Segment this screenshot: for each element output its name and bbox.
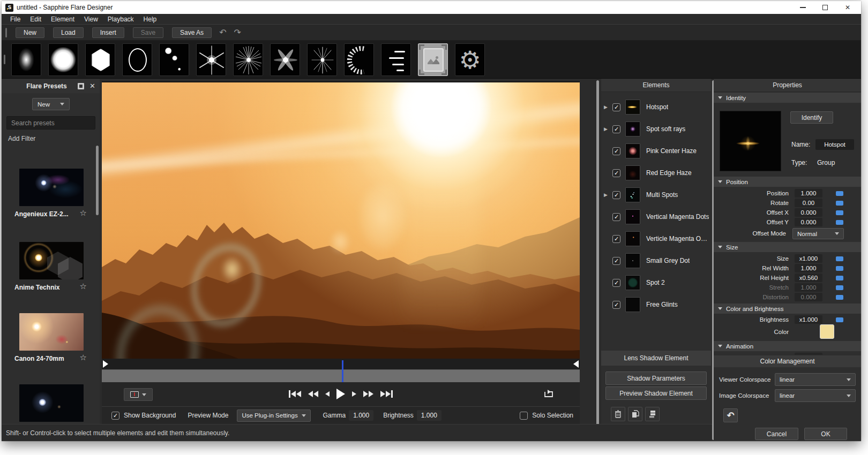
element-visible-checkbox[interactable] <box>612 213 620 221</box>
flare-icon-texture-image[interactable] <box>418 43 448 76</box>
keyframe-indicator[interactable] <box>836 285 843 290</box>
element-row[interactable]: Spot 2 <box>601 272 711 293</box>
flare-icon-horizontal-streaks[interactable] <box>381 43 411 76</box>
flare-icon-arc-streaks[interactable] <box>344 43 374 76</box>
expand-arrow-icon[interactable] <box>604 192 611 198</box>
name-field[interactable]: Hotspot <box>815 139 854 150</box>
menu-view[interactable]: View <box>80 14 102 24</box>
keyframe-indicator[interactable] <box>836 256 843 261</box>
keyframe-indicator[interactable] <box>836 295 843 300</box>
property-value[interactable]: 1.000 <box>795 264 822 272</box>
save-as-button[interactable]: Save As <box>172 27 212 38</box>
animation-section-header[interactable]: Animation <box>714 341 861 351</box>
element-row[interactable]: Free Glints <box>601 294 711 315</box>
offset-mode-dropdown[interactable]: Normal <box>792 228 844 239</box>
position-section-header[interactable]: Position <box>714 177 861 187</box>
element-visible-checkbox[interactable] <box>612 257 620 265</box>
flare-icon-solid-circle[interactable] <box>48 43 78 76</box>
favorite-star-icon[interactable] <box>80 282 87 291</box>
keyframe-indicator[interactable] <box>836 276 843 280</box>
favorite-star-icon[interactable] <box>80 208 87 218</box>
element-row[interactable]: Spot soft rays <box>601 118 711 140</box>
keyframe-indicator[interactable] <box>836 266 843 271</box>
property-value[interactable]: 0.000 <box>795 218 822 226</box>
element-visible-checkbox[interactable] <box>612 125 620 133</box>
show-background-checkbox[interactable] <box>111 412 119 420</box>
property-value[interactable]: x0.560 <box>795 274 822 282</box>
color-swatch[interactable] <box>820 324 834 339</box>
cancel-button[interactable]: Cancel <box>755 428 798 440</box>
keyframe-indicator[interactable] <box>836 210 843 215</box>
preset-thumbnail[interactable] <box>19 384 84 422</box>
flare-icon-ray-burst[interactable] <box>233 43 263 76</box>
element-row[interactable]: Small Grey Dot <box>601 250 711 271</box>
flare-icon-soft-rays[interactable] <box>270 43 300 76</box>
identity-section-header[interactable]: Identity <box>714 93 861 103</box>
menu-element[interactable]: Element <box>47 14 79 24</box>
flare-icon-spots[interactable] <box>159 43 189 76</box>
presets-scrollbar-thumb[interactable] <box>96 146 99 215</box>
panel-splitter[interactable] <box>596 80 599 440</box>
size-section-header[interactable]: Size <box>714 242 861 252</box>
step-forward-button[interactable] <box>351 386 357 401</box>
delete-element-button[interactable] <box>611 407 625 421</box>
preset-thumbnail[interactable] <box>19 169 84 206</box>
copy-element-button[interactable] <box>628 407 642 421</box>
element-visible-checkbox[interactable] <box>612 191 620 199</box>
out-point-marker-icon[interactable] <box>570 360 579 368</box>
flare-icon-ring[interactable] <box>122 43 152 76</box>
insert-button[interactable]: Insert <box>92 27 124 38</box>
keyframe-indicator[interactable] <box>836 191 843 196</box>
keyframe-indicator[interactable] <box>836 317 843 322</box>
property-value[interactable]: x1.000 <box>795 254 822 263</box>
flare-icon-spike-star[interactable] <box>307 43 337 76</box>
fast-rewind-button[interactable] <box>307 386 319 401</box>
element-row[interactable]: Hotspot <box>601 96 711 118</box>
preview-shadow-element-button[interactable]: Preview Shadow Element <box>605 386 707 400</box>
go-to-start-button[interactable] <box>288 386 302 401</box>
flare-icon-settings-gear[interactable]: ⚙ <box>455 43 485 76</box>
element-row[interactable]: Verticle Magenta Orange ... <box>601 228 711 249</box>
preview-mode-dropdown[interactable]: Use Plug-in Settings <box>237 410 311 422</box>
element-visible-checkbox[interactable] <box>612 301 620 309</box>
property-value[interactable]: x1.000 <box>795 315 822 324</box>
float-panel-icon[interactable] <box>78 83 84 89</box>
solo-selection-checkbox[interactable] <box>520 412 528 420</box>
undo-icon[interactable]: ↶ <box>219 27 226 37</box>
element-row[interactable]: Vertical Magenta Dots <box>601 206 711 228</box>
favorite-star-icon[interactable] <box>80 353 87 362</box>
shadow-parameters-button[interactable]: Shadow Parameters <box>605 371 707 385</box>
close-button[interactable] <box>839 1 857 14</box>
element-row[interactable]: Red Edge Haze <box>601 162 711 184</box>
viewer-colorspace-dropdown[interactable]: linear <box>775 373 856 386</box>
play-button[interactable] <box>335 386 346 401</box>
step-back-button[interactable] <box>324 386 331 401</box>
expand-arrow-icon[interactable] <box>604 126 611 132</box>
add-filter-link[interactable]: Add Filter <box>8 135 35 142</box>
redo-icon[interactable]: ↷ <box>234 27 241 37</box>
timeline-track[interactable] <box>102 369 580 382</box>
element-visible-checkbox[interactable] <box>612 103 620 111</box>
minimize-button[interactable] <box>794 1 812 14</box>
load-button[interactable]: Load <box>53 27 84 38</box>
expand-arrow-icon[interactable] <box>604 104 611 110</box>
preset-thumbnail[interactable] <box>19 313 84 351</box>
element-visible-checkbox[interactable] <box>612 279 620 287</box>
element-row[interactable]: Multi Spots <box>601 184 711 206</box>
duplicate-element-button[interactable] <box>645 407 660 421</box>
element-visible-checkbox[interactable] <box>612 169 620 177</box>
property-value[interactable]: 0.00 <box>795 199 822 207</box>
search-presets-input[interactable] <box>6 116 95 130</box>
gamma-value[interactable]: 1.000 <box>349 410 373 421</box>
flare-icon-hexagon[interactable] <box>85 43 115 76</box>
toolbar-grip[interactable] <box>5 28 7 37</box>
brightness-value[interactable]: 1.000 <box>417 410 442 421</box>
element-visible-checkbox[interactable] <box>612 235 620 243</box>
new-button[interactable]: New <box>16 27 44 38</box>
property-value[interactable]: 0.000 <box>795 208 822 217</box>
flare-icon-soft-glow[interactable] <box>11 43 41 76</box>
go-to-end-button[interactable] <box>379 386 394 401</box>
loop-playback-button[interactable] <box>543 389 556 400</box>
menu-playback[interactable]: Playback <box>103 14 138 24</box>
playhead[interactable] <box>342 360 343 383</box>
